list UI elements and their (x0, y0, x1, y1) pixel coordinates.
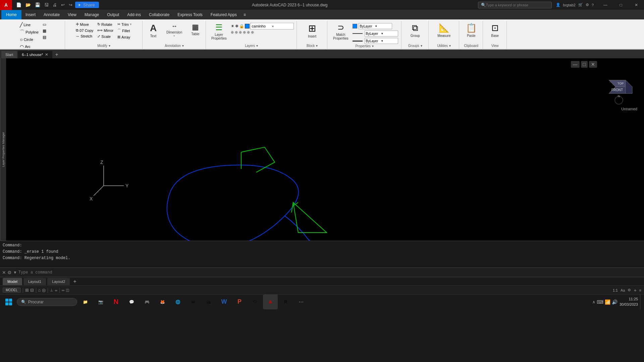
gradient-btn[interactable]: ▤ (41, 34, 48, 40)
move-btn[interactable]: ✛ Move (74, 21, 95, 27)
add-layout-btn[interactable]: + (71, 278, 78, 285)
stretch-btn[interactable]: ↔ Stretch (74, 34, 95, 39)
otrack-icon[interactable]: ∞ (55, 288, 57, 292)
saveas-btn[interactable]: 🖫 (43, 2, 50, 8)
table-btn[interactable]: ▦ Table (187, 21, 204, 37)
text-btn[interactable]: A Text (145, 21, 162, 39)
trim-btn[interactable]: ✂ Trim▾ (116, 21, 133, 27)
taskbar-discord[interactable]: 🎮 (140, 295, 154, 309)
cmd-settings-icon[interactable]: ⚙ (7, 270, 12, 275)
ortho-icon[interactable]: ⊥ (50, 288, 53, 292)
tab-home[interactable]: Home (1, 10, 21, 19)
search-input[interactable] (486, 3, 540, 7)
annotation-expand[interactable]: ▾ (182, 44, 184, 48)
circle-btn[interactable]: ○ Circle (18, 36, 40, 43)
layer-sun-icon[interactable]: ☀ (231, 24, 234, 28)
minimize-btn[interactable]: — (598, 0, 613, 10)
command-input[interactable] (18, 270, 642, 275)
save-btn[interactable]: 💾 (34, 2, 42, 8)
tab-output[interactable]: Output (103, 10, 123, 19)
base-btn[interactable]: ⊡ Base (487, 21, 503, 39)
taskbar-revit[interactable]: R (278, 295, 293, 309)
linetype-dropdown[interactable]: ByLayer ▾ (365, 31, 398, 37)
show-desktop-btn[interactable] (640, 295, 643, 309)
start-button[interactable] (1, 295, 16, 309)
layer-color-icon[interactable] (245, 24, 250, 28)
copy-btn[interactable]: ⧉ 07 Copy (74, 27, 95, 33)
layout1-tab[interactable]: Layout1 (23, 278, 46, 285)
hatch-btn[interactable]: ▦ (41, 28, 48, 34)
match-properties-btn[interactable]: ⊃ Match Properties (331, 21, 351, 42)
close-doc-tab[interactable]: ✕ (45, 52, 48, 57)
taskbar-firefox[interactable]: 🦊 (155, 295, 170, 309)
tab-express[interactable]: Express Tools (173, 10, 206, 19)
print-btn[interactable]: 🖨 (51, 2, 58, 8)
taskbar-netflix[interactable]: N (109, 295, 123, 309)
block-expand[interactable]: ▾ (316, 44, 318, 48)
taskbar-edge[interactable]: 🌐 (170, 295, 185, 309)
grid-icon[interactable]: ⊞ (25, 288, 29, 293)
array-btn[interactable]: ⊞ Array (116, 34, 133, 40)
model-status-btn[interactable]: MODEL (3, 288, 21, 293)
layers-expand[interactable]: ▾ (256, 44, 258, 48)
tab-manage[interactable]: Manage (80, 10, 103, 19)
arc-btn[interactable]: ◠ Arc (18, 43, 40, 50)
store-icon[interactable]: 🛒 (578, 3, 583, 7)
polar-icon[interactable]: ◎ (42, 288, 46, 293)
tab-more[interactable]: ≡ (241, 10, 249, 19)
tab-annotate[interactable]: Annotate (40, 10, 64, 19)
layer-dropdown[interactable]: caminho ▾ (250, 23, 294, 29)
layer-lock-icon[interactable]: 🔒 (239, 24, 244, 28)
utilities-expand[interactable]: ▾ (449, 44, 451, 48)
scale-btn[interactable]: ⤢ Scale (96, 34, 115, 39)
doc-tab-main[interactable]: 6--1 uhouse* ✕ (18, 51, 52, 58)
groups-expand[interactable]: ▾ (421, 44, 422, 48)
insert-btn[interactable]: ⊞ Insert (304, 21, 321, 40)
rect-btn[interactable]: ▭ (41, 21, 48, 27)
undo-btn[interactable]: ↩ (60, 2, 66, 8)
tab-addins[interactable]: Add-ins (123, 10, 145, 19)
share-btn[interactable]: ✈ Share (75, 2, 99, 8)
layout2-tab[interactable]: Layout2 (47, 278, 70, 285)
taskbar-search[interactable]: 🔍 Procurar (17, 298, 77, 306)
tab-collaborate[interactable]: Collaborate (145, 10, 173, 19)
new-btn[interactable]: 📄 (15, 2, 23, 8)
taskbar-camera[interactable]: 📷 (93, 295, 108, 309)
measure-btn[interactable]: 📐 Measure (435, 21, 452, 39)
properties-expand[interactable]: ▾ (372, 44, 374, 48)
rotate-btn[interactable]: ↻ Rotate (96, 21, 115, 27)
polyline-btn[interactable]: ⌒ Polyline (18, 28, 40, 36)
taskbar-folder[interactable]: 🗂 (201, 295, 216, 309)
model-tab[interactable]: Model (3, 278, 22, 285)
line-btn[interactable]: ╱ Line (18, 21, 40, 28)
canvas-max-btn[interactable]: □ (581, 61, 588, 68)
layer-freeze-icon[interactable]: ❄ (235, 24, 238, 28)
volume-icon[interactable]: 🔊 (612, 299, 618, 305)
canvas-area[interactable]: Layer Properties Manager Z Y X (0, 58, 644, 241)
open-btn[interactable]: 📂 (24, 2, 32, 8)
start-tab[interactable]: Start (1, 51, 17, 58)
tab-view[interactable]: View (64, 10, 80, 19)
search-box[interactable]: 🔍 (478, 2, 552, 8)
taskbar-app1[interactable]: 🛡 (248, 295, 262, 309)
tab-featured[interactable]: Featured Apps (207, 10, 241, 19)
paste-btn[interactable]: 📋 Paste (463, 21, 480, 39)
canvas-close-btn[interactable]: ✕ (589, 61, 597, 68)
close-btn[interactable]: ✕ (629, 0, 644, 10)
maximize-btn[interactable]: □ (613, 0, 629, 10)
cmd-arrow-icon[interactable]: ▼ (13, 270, 17, 275)
plus-icon[interactable]: + (634, 288, 636, 293)
settings-icon[interactable]: ⚙ (586, 3, 589, 7)
network-icon[interactable]: 📶 (605, 299, 610, 305)
taskbar-mail[interactable]: ✉ (186, 295, 201, 309)
layer-properties-btn[interactable]: ☰ Layer Properties (209, 21, 229, 42)
snap-icon[interactable]: ⌂ (38, 288, 41, 293)
help-icon[interactable]: ? (592, 3, 594, 7)
modify-expand[interactable]: ▾ (109, 44, 110, 48)
grid-icon2[interactable]: ⊟ (30, 288, 34, 293)
lineweight-icon[interactable]: ═ (62, 288, 64, 292)
taskbar-autocad[interactable]: A (263, 295, 278, 309)
annotations-icon[interactable]: Aa (621, 288, 625, 292)
chevron-up-icon[interactable]: ∧ (592, 300, 595, 304)
workspace-icon[interactable]: ⚙ (628, 288, 631, 292)
